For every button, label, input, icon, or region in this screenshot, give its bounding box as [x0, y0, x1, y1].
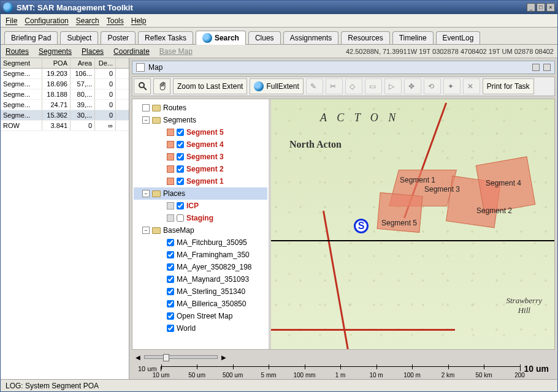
tab-search[interactable]: Search [196, 31, 246, 45]
table-row[interactable]: Segme...15.36230,...0 [1, 110, 129, 121]
layer-checkbox[interactable] [167, 276, 174, 283]
close-button[interactable]: × [546, 3, 555, 12]
tab-clues[interactable]: Clues [248, 31, 281, 44]
scale-tick-label: 50 um [188, 372, 205, 379]
tree-segment-item[interactable]: Segment 3 [134, 151, 267, 163]
tree-segment-item[interactable]: Segment 2 [134, 163, 267, 175]
layer-checkbox[interactable] [167, 288, 174, 295]
tree-basemap[interactable]: −BaseMap [134, 224, 267, 236]
menu-tools[interactable]: Tools [107, 17, 124, 25]
layer-checkbox[interactable] [167, 239, 174, 246]
layer-checkbox[interactable] [177, 141, 184, 148]
menu-search[interactable]: Search [76, 17, 99, 25]
layer-checkbox[interactable] [167, 300, 174, 307]
expand-icon[interactable] [142, 104, 150, 111]
table-cell: 15.362 [42, 110, 71, 120]
rotate-tool: ⟲ [424, 78, 441, 94]
map-view[interactable]: A C T O N North Acton Strawberry Hill Se… [271, 99, 554, 349]
layer-checkbox[interactable] [177, 165, 184, 173]
table-cell: 3.841 [42, 121, 71, 130]
tree-place-item[interactable]: ICP [134, 200, 267, 212]
map-detach-button[interactable] [532, 64, 540, 71]
segment-label: Segment 5 [381, 219, 417, 227]
tree-places[interactable]: −Places [134, 187, 267, 200]
layer-checkbox[interactable] [177, 129, 184, 136]
tree-basemap-item[interactable]: MA_Ayer_350829_198 [134, 261, 267, 273]
tab-resources[interactable]: Resources [341, 31, 389, 44]
th-segment[interactable]: Segment [1, 58, 42, 68]
tree-basemap-item[interactable]: MA_Sterling_351340 [134, 285, 267, 298]
full-extent-button[interactable]: FullExtent [250, 78, 303, 94]
edit-tool-1: ✎ [306, 78, 323, 94]
menu-file[interactable]: File [6, 17, 17, 25]
table-row[interactable]: Segme...19.203106...0 [1, 69, 129, 79]
map-minimize-button[interactable] [543, 64, 551, 71]
maximize-button[interactable]: □ [537, 3, 545, 12]
menu-help[interactable]: Help [131, 17, 147, 25]
subject-marker[interactable]: S [354, 219, 369, 233]
map-panel-title: Map [148, 63, 162, 72]
zoom-last-extent-button[interactable]: Zoom to Last Extent [173, 78, 247, 94]
tree-routes[interactable]: Routes [134, 102, 267, 114]
zoom-slider-thumb[interactable] [163, 354, 169, 361]
table-row[interactable]: ROW3.8410∞ [1, 121, 129, 131]
subtab-routes[interactable]: Routes [6, 47, 29, 56]
tab-reflex-tasks[interactable]: Reflex Tasks [138, 31, 193, 44]
tree-segment-item[interactable]: Segment 4 [134, 138, 267, 151]
table-row[interactable]: Segme...24.7139,...0 [1, 100, 129, 110]
globe-icon [202, 33, 212, 43]
tree-place-item[interactable]: Staging [134, 212, 267, 224]
table-cell: ∞ [95, 121, 116, 130]
map-label-acton: A C T O N [320, 111, 399, 124]
tree-item-label: MA_Billerica_350850 [177, 300, 246, 308]
tab-eventlog[interactable]: EventLog [436, 31, 481, 44]
tree-segment-item[interactable]: Segment 5 [134, 126, 267, 138]
print-for-task-button[interactable]: Print for Task [483, 78, 534, 94]
th-de[interactable]: De... [95, 58, 116, 68]
tree-basemap-item[interactable]: World [134, 322, 267, 334]
tab-poster[interactable]: Poster [101, 31, 136, 44]
layer-checkbox[interactable] [177, 202, 184, 209]
menu-configuration[interactable]: Configuration [25, 17, 68, 25]
subtab-places[interactable]: Places [82, 47, 104, 56]
layer-checkbox[interactable] [177, 178, 184, 185]
tree-item-label: Segment 3 [186, 153, 224, 161]
scale-tick-label: 50 km [475, 372, 492, 379]
tree-segments[interactable]: −Segments [134, 114, 267, 126]
subtab-coordinate[interactable]: Coordinate [113, 47, 150, 56]
tree-basemap-item[interactable]: MA_Framingham_350 [134, 249, 267, 261]
layer-checkbox[interactable] [167, 251, 174, 258]
subtab-segments[interactable]: Segments [39, 47, 72, 56]
table-cell: 0 [71, 121, 95, 130]
marker-label: S [358, 221, 365, 232]
pan-tool-button[interactable] [153, 78, 170, 94]
tab-assignments[interactable]: Assignments [283, 31, 339, 44]
layer-icon [167, 165, 174, 173]
tree-segment-item[interactable]: Segment 1 [134, 175, 267, 187]
tab-timeline[interactable]: Timeline [392, 31, 434, 44]
minimize-button[interactable]: _ [527, 3, 535, 12]
tab-briefing-pad[interactable]: Briefing Pad [4, 31, 58, 44]
tree-basemap-item[interactable]: MA_Billerica_350850 [134, 298, 267, 310]
layer-checkbox[interactable] [177, 153, 184, 160]
subtab-basemap[interactable]: Base Map [159, 47, 193, 56]
tree-basemap-item[interactable]: MA_Fitchburg_35095 [134, 236, 267, 249]
expand-icon[interactable]: − [142, 116, 150, 124]
layer-checkbox[interactable] [167, 325, 174, 332]
expand-icon[interactable]: − [142, 190, 150, 197]
tree-basemap-item[interactable]: MA_Maynard_351093 [134, 273, 267, 285]
move-tool: ✥ [404, 78, 421, 94]
th-poa[interactable]: POA [42, 58, 71, 68]
layer-checkbox[interactable] [167, 312, 174, 320]
expand-icon[interactable]: − [142, 227, 150, 234]
tree-basemap-item[interactable]: Open Street Map [134, 310, 267, 322]
th-area[interactable]: Area [71, 58, 95, 68]
layer-checkbox[interactable] [177, 214, 184, 222]
zoom-slider[interactable]: ◀ ▶ [132, 352, 555, 362]
table-cell: Segme... [1, 110, 42, 120]
layer-checkbox[interactable] [167, 263, 174, 271]
zoom-tool-button[interactable] [134, 78, 151, 94]
tab-subject[interactable]: Subject [60, 31, 98, 44]
table-row[interactable]: Segme...18.69657,...0 [1, 79, 129, 89]
table-row[interactable]: Segme...18.18880,...0 [1, 89, 129, 100]
